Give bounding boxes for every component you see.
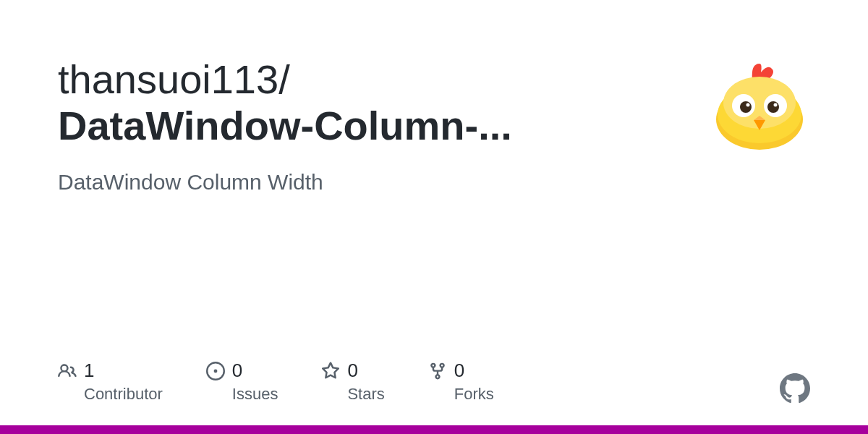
stat-issues[interactable]: 0 Issues bbox=[206, 359, 278, 404]
issues-label: Issues bbox=[232, 385, 278, 404]
stat-contributors[interactable]: 1 Contributor bbox=[58, 359, 163, 404]
repo-name[interactable]: DataWindow-Column-... bbox=[58, 103, 680, 149]
forks-count: 0 bbox=[454, 359, 464, 382]
contributors-label: Contributor bbox=[84, 385, 163, 404]
issue-icon bbox=[206, 362, 225, 380]
contributors-count: 1 bbox=[84, 359, 94, 382]
star-icon bbox=[321, 362, 340, 380]
language-accent-bar bbox=[0, 425, 868, 434]
people-icon bbox=[58, 362, 77, 380]
repo-title: thansuoi113/ DataWindow-Column-... bbox=[58, 56, 680, 150]
header-row: thansuoi113/ DataWindow-Column-... DataW… bbox=[58, 56, 810, 195]
avatar[interactable] bbox=[709, 51, 810, 152]
stars-label: Stars bbox=[347, 385, 384, 404]
issues-count: 0 bbox=[232, 359, 242, 382]
stat-forks[interactable]: 0 Forks bbox=[428, 359, 494, 404]
svg-point-6 bbox=[767, 101, 779, 113]
svg-point-5 bbox=[740, 101, 752, 113]
stars-count: 0 bbox=[347, 359, 357, 382]
svg-point-7 bbox=[746, 103, 750, 107]
svg-point-8 bbox=[774, 103, 778, 107]
stat-top: 0 bbox=[321, 359, 384, 382]
slash: / bbox=[278, 56, 290, 102]
stat-top: 0 bbox=[206, 359, 278, 382]
repo-description: DataWindow Column Width bbox=[58, 170, 680, 195]
stat-top: 0 bbox=[428, 359, 494, 382]
fork-icon bbox=[428, 362, 447, 380]
forks-label: Forks bbox=[454, 385, 494, 404]
stat-stars[interactable]: 0 Stars bbox=[321, 359, 384, 404]
repo-owner[interactable]: thansuoi113 bbox=[58, 56, 278, 102]
stat-top: 1 bbox=[58, 359, 163, 382]
repo-card: thansuoi113/ DataWindow-Column-... DataW… bbox=[0, 0, 868, 434]
stats-row: 1 Contributor 0 Issues 0 Stars bbox=[58, 359, 810, 404]
title-block: thansuoi113/ DataWindow-Column-... DataW… bbox=[58, 56, 680, 195]
github-logo-icon[interactable] bbox=[780, 373, 810, 404]
chick-icon bbox=[709, 51, 810, 152]
